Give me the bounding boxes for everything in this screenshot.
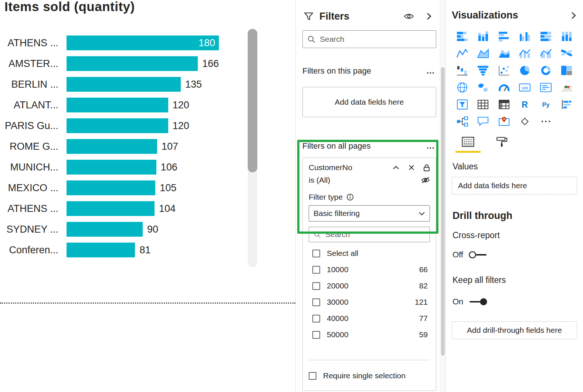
- table-icon[interactable]: [477, 99, 490, 110]
- q-and-a-icon[interactable]: [477, 116, 490, 127]
- bar[interactable]: [67, 222, 143, 237]
- checkbox-icon[interactable]: [312, 331, 320, 339]
- clustered-column-chart-icon[interactable]: [518, 31, 532, 42]
- slicer-icon[interactable]: [455, 99, 469, 110]
- 100-stacked-column-chart-icon[interactable]: [560, 31, 573, 42]
- checkbox-icon[interactable]: [312, 266, 320, 274]
- toggle-off-icon[interactable]: [468, 250, 488, 260]
- 100-stacked-bar-chart-icon[interactable]: [539, 31, 552, 42]
- gauge-icon[interactable]: [497, 82, 511, 93]
- bar-row[interactable]: Conferen...81: [0, 240, 219, 260]
- map-icon[interactable]: [455, 82, 469, 93]
- line-and-stacked-column-chart-icon[interactable]: [518, 48, 532, 59]
- require-single-selection[interactable]: Require single selection: [309, 368, 430, 384]
- fields-tab[interactable]: [455, 136, 481, 153]
- filters-this-page-dropzone[interactable]: Add data fields here: [302, 87, 436, 117]
- info-icon[interactable]: [346, 193, 354, 201]
- bar[interactable]: [67, 77, 181, 92]
- filled-map-icon[interactable]: [477, 82, 490, 93]
- lock-filter-icon[interactable]: [423, 164, 430, 172]
- kpi-icon[interactable]: [560, 82, 573, 93]
- clustered-bar-chart-icon[interactable]: [497, 31, 511, 42]
- filter-option-row[interactable]: 4000077: [309, 310, 430, 327]
- funnel-chart-icon[interactable]: [477, 65, 490, 76]
- bar-row[interactable]: SYDNEY ...90: [0, 219, 219, 240]
- bar-row[interactable]: ATHENS ...104: [0, 198, 219, 219]
- stacked-column-chart-icon[interactable]: [477, 31, 490, 42]
- line-chart-icon[interactable]: [455, 48, 469, 59]
- chart-scrollbar-thumb[interactable]: [248, 29, 257, 172]
- filters-search-input[interactable]: [320, 35, 431, 44]
- bar[interactable]: [67, 139, 157, 154]
- bar[interactable]: 180: [67, 36, 219, 50]
- collapse-filters-chevron-icon[interactable]: [425, 12, 433, 21]
- checkbox-icon[interactable]: [312, 282, 320, 290]
- cross-report-toggle[interactable]: Off: [452, 250, 577, 260]
- remove-filter-close-icon[interactable]: [409, 165, 414, 170]
- filter-values-search[interactable]: [309, 227, 430, 242]
- filters-pane-scrollbar[interactable]: [440, 0, 445, 392]
- decomposition-tree-icon[interactable]: [455, 116, 469, 127]
- area-chart-icon[interactable]: [477, 48, 490, 59]
- more-options-icon[interactable]: ...: [427, 66, 435, 76]
- stacked-area-chart-icon[interactable]: [497, 48, 511, 59]
- bar-row[interactable]: AMSTER...166: [0, 53, 219, 74]
- chart-scrollbar[interactable]: [248, 29, 257, 267]
- collapse-card-chevron-up-icon[interactable]: [392, 165, 400, 170]
- bar-row[interactable]: ATHENS ...180: [0, 33, 219, 53]
- bar-row[interactable]: PARIS Gu...120: [0, 115, 219, 136]
- treemap-icon[interactable]: [560, 65, 573, 76]
- format-tab[interactable]: [489, 136, 515, 153]
- filter-option-row[interactable]: 30000121: [309, 294, 430, 310]
- bar-row[interactable]: MUNICH...106: [0, 157, 219, 178]
- r-script-icon[interactable]: R: [518, 99, 532, 110]
- python-icon[interactable]: Py: [539, 99, 552, 110]
- card-icon[interactable]: 123: [518, 82, 532, 93]
- collapse-visualizations-chevron-icon[interactable]: [570, 11, 577, 20]
- bar[interactable]: [67, 243, 135, 257]
- filters-search[interactable]: [302, 30, 436, 48]
- multi-row-card-icon[interactable]: [539, 82, 552, 93]
- matrix-icon[interactable]: [497, 99, 511, 110]
- filter-values-search-input[interactable]: [325, 230, 426, 239]
- pie-chart-icon[interactable]: [518, 65, 532, 76]
- hide-filter-eye-slash-icon[interactable]: [421, 176, 430, 184]
- bar[interactable]: [67, 98, 168, 112]
- bar[interactable]: [67, 56, 198, 71]
- bar[interactable]: [67, 160, 156, 175]
- ribbon-chart-icon[interactable]: [560, 48, 573, 59]
- bar[interactable]: [67, 201, 155, 216]
- toggle-on-icon[interactable]: [468, 297, 488, 307]
- drill-through-dropzone[interactable]: Add drill-through fields here: [452, 321, 577, 339]
- keep-all-filters-toggle[interactable]: On: [452, 297, 577, 307]
- key-influencers-icon[interactable]: [560, 99, 573, 110]
- filters-pane-scrollbar-thumb[interactable]: [441, 67, 445, 356]
- arcgis-map-icon[interactable]: [497, 116, 511, 127]
- scatter-chart-icon[interactable]: [497, 65, 511, 76]
- bar-row[interactable]: MEXICO ...105: [0, 178, 219, 198]
- more-options-icon[interactable]: ...: [427, 141, 435, 151]
- filter-option-row[interactable]: 5000059: [309, 327, 430, 343]
- waterfall-chart-icon[interactable]: [455, 65, 469, 76]
- more-options-icon[interactable]: [539, 116, 552, 127]
- stacked-bar-chart-icon[interactable]: [455, 31, 469, 42]
- checkbox-icon[interactable]: [312, 315, 320, 322]
- eye-icon[interactable]: [404, 12, 414, 21]
- checkbox-icon[interactable]: [312, 298, 320, 306]
- line-and-clustered-column-chart-icon[interactable]: [539, 48, 552, 59]
- filter-type-dropdown[interactable]: Basic filtering: [309, 205, 430, 222]
- checkbox-icon[interactable]: [309, 372, 316, 380]
- power-apps-icon[interactable]: [518, 116, 532, 127]
- checkbox-icon[interactable]: [312, 250, 320, 257]
- select-all-option[interactable]: Select all: [309, 245, 430, 261]
- bar[interactable]: [67, 180, 155, 195]
- bar-row[interactable]: ATLANT...120: [0, 95, 219, 115]
- donut-chart-icon[interactable]: [539, 65, 552, 76]
- bar[interactable]: [67, 118, 168, 133]
- filter-option-row[interactable]: 1000066: [309, 261, 430, 278]
- filter-option-row[interactable]: 2000082: [309, 278, 430, 294]
- bar-row[interactable]: ROME G...107: [0, 136, 219, 157]
- bar-row[interactable]: BERLIN ...135: [0, 74, 219, 95]
- values-dropzone[interactable]: Add data fields here: [452, 177, 577, 195]
- filters-this-page-section: Filters on this page ...: [302, 66, 435, 76]
